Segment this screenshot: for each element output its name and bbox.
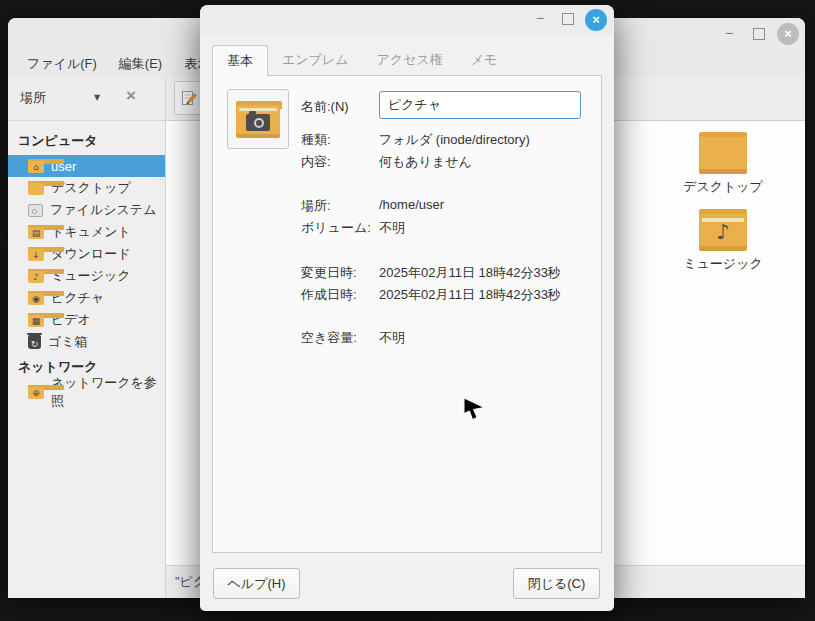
dialog-tabs: 基本 エンブレム アクセス権 メモ xyxy=(212,45,511,76)
name-input[interactable] xyxy=(379,91,581,119)
dialog-maximize-button[interactable] xyxy=(558,9,578,29)
menu-edit[interactable]: 編集(E) xyxy=(108,50,173,77)
modified-value: 2025年02月11日 18時42分33秒 xyxy=(379,264,561,282)
folder-icon xyxy=(28,181,44,195)
property-row-volume: ボリューム: 不明 xyxy=(213,219,601,239)
help-button[interactable]: ヘルプ(H) xyxy=(213,568,300,599)
property-row-created: 作成日時: 2025年02月11日 18時42分33秒 xyxy=(213,286,601,306)
dialog-close-button[interactable]: × xyxy=(585,9,607,31)
content-label: 内容: xyxy=(301,153,331,171)
content-value: 何もありません xyxy=(379,153,472,171)
places-sidebar: コンピュータ ⌂ user デスクトップ ファイルシステム ▤ ドキュメント ↓… xyxy=(8,120,165,598)
sidebar-item-user[interactable]: ⌂ user xyxy=(8,155,165,177)
sidebar-item-label: ファイルシステム xyxy=(50,201,156,219)
property-row-kind: 種類: フォルダ (inode/directory) xyxy=(213,131,601,151)
music-folder-icon: ♪ xyxy=(699,209,747,251)
kind-label: 種類: xyxy=(301,131,331,149)
file-item-desktop[interactable]: デスクトップ xyxy=(668,132,778,196)
free-space-value: 不明 xyxy=(379,329,405,347)
music-folder-icon: ♪ xyxy=(28,269,44,283)
file-label: ミュージック xyxy=(668,255,778,273)
minimize-button[interactable]: − xyxy=(719,24,739,44)
sidebar-item-documents[interactable]: ▤ ドキュメント xyxy=(8,221,165,243)
network-folder-icon: ⊕ xyxy=(28,385,44,399)
free-space-label: 空き容量: xyxy=(301,329,357,347)
created-label: 作成日時: xyxy=(301,286,357,304)
property-row-content: 内容: 何もありません xyxy=(213,153,601,173)
camera-icon xyxy=(246,114,270,131)
maximize-icon xyxy=(562,13,574,25)
modified-label: 変更日時: xyxy=(301,264,357,282)
name-field-label: 名前:(N) xyxy=(301,98,349,116)
sidebar-item-music[interactable]: ♪ ミュージック xyxy=(8,265,165,287)
sidebar-item-videos[interactable]: ▦ ビデオ xyxy=(8,309,165,331)
edit-note-icon xyxy=(181,90,198,107)
videos-folder-icon: ▦ xyxy=(28,313,44,327)
dialog-minimize-button[interactable]: − xyxy=(530,9,550,29)
downloads-folder-icon: ↓ xyxy=(28,247,44,261)
sidebar-item-pictures[interactable]: ◉ ピクチャ xyxy=(8,287,165,309)
maximize-icon xyxy=(753,28,765,40)
sidebar-item-downloads[interactable]: ↓ ダウンロード xyxy=(8,243,165,265)
tab-emblems[interactable]: エンブレム xyxy=(268,45,363,75)
sidebar-section-computer: コンピュータ xyxy=(8,127,165,155)
file-item-music[interactable]: ♪ ミュージック xyxy=(668,209,778,273)
menu-file[interactable]: ファイル(F) xyxy=(16,50,108,77)
dialog-titlebar[interactable]: − × xyxy=(200,5,614,35)
sidebar-item-label: ゴミ箱 xyxy=(48,333,88,351)
trash-icon: ↻ xyxy=(28,335,41,349)
mouse-cursor xyxy=(463,396,487,424)
tab-basic[interactable]: 基本 xyxy=(212,45,268,77)
volume-value: 不明 xyxy=(379,219,405,237)
properties-dialog: − × 基本 エンブレム アクセス権 メモ 名前:(N) 種類: フォルダ (i… xyxy=(200,5,614,611)
folder-icon xyxy=(699,132,747,174)
side-pane-title[interactable]: 場所 xyxy=(20,89,46,107)
tab-notes[interactable]: メモ xyxy=(457,45,512,75)
maximize-button[interactable] xyxy=(749,24,769,44)
sidebar-item-label: ネットワークを参照 xyxy=(51,374,165,410)
documents-folder-icon: ▤ xyxy=(28,225,44,239)
basic-tab-panel: 名前:(N) 種類: フォルダ (inode/directory) 内容: 何も… xyxy=(212,75,602,553)
pictures-folder-icon: ◉ xyxy=(28,291,44,305)
property-row-free-space: 空き容量: 不明 xyxy=(213,329,601,349)
side-pane-close-icon[interactable]: × xyxy=(126,86,136,106)
sidebar-item-network-browse[interactable]: ⊕ ネットワークを参照 xyxy=(8,381,165,403)
sidebar-item-desktop[interactable]: デスクトップ xyxy=(8,177,165,199)
close-button[interactable]: × xyxy=(777,23,799,45)
tab-permissions[interactable]: アクセス権 xyxy=(363,45,457,75)
chevron-down-icon[interactable]: ▼ xyxy=(94,93,100,102)
location-label: 場所: xyxy=(301,197,331,215)
filesystem-drive-icon xyxy=(28,204,43,217)
sidebar-item-filesystem[interactable]: ファイルシステム xyxy=(8,199,165,221)
created-value: 2025年02月11日 18時42分33秒 xyxy=(379,286,561,304)
property-row-location: 場所: /home/user xyxy=(213,197,601,217)
property-row-modified: 変更日時: 2025年02月11日 18時42分33秒 xyxy=(213,264,601,284)
home-folder-icon: ⌂ xyxy=(28,159,44,173)
file-label: デスクトップ xyxy=(668,178,778,196)
close-dialog-button[interactable]: 閉じる(C) xyxy=(513,568,600,599)
volume-label: ボリューム: xyxy=(301,219,371,237)
sidebar-item-trash[interactable]: ↻ ゴミ箱 xyxy=(8,331,165,353)
kind-value: フォルダ (inode/directory) xyxy=(379,131,530,149)
location-value: /home/user xyxy=(379,197,444,212)
